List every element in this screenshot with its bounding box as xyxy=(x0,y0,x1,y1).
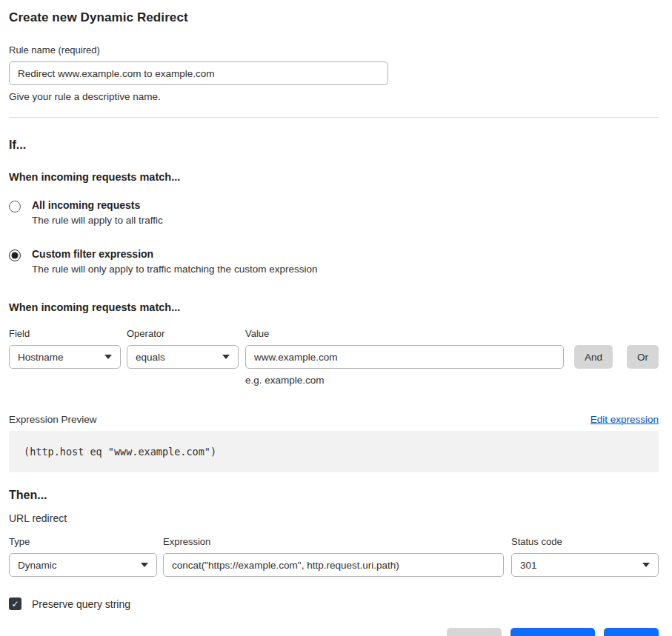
and-button[interactable]: And xyxy=(574,345,613,369)
field-label: Field xyxy=(9,328,121,339)
redirect-expression-input[interactable] xyxy=(163,553,504,577)
status-code-select-value: 301 xyxy=(520,560,537,571)
type-label: Type xyxy=(9,536,157,547)
rule-name-help: Give your rule a descriptive name. xyxy=(9,91,659,102)
expression-preview-code: (http.host eq "www.example.com") xyxy=(9,431,659,472)
expression-label: Expression xyxy=(163,536,504,547)
redirect-settings-row: Type Dynamic Expression Status code 301 xyxy=(9,536,659,577)
preserve-query-string-label: Preserve query string xyxy=(32,598,130,610)
checkbox-checked-icon[interactable]: ✓ xyxy=(9,597,21,610)
value-column: Value e.g. example.com xyxy=(245,328,564,386)
field-column: Field Hostname xyxy=(9,328,121,369)
status-code-label: Status code xyxy=(511,536,659,547)
operator-select[interactable]: equals xyxy=(127,345,239,369)
cancel-button[interactable]: Cancel xyxy=(447,628,502,636)
footer-actions: Cancel Save as Draft Deploy xyxy=(9,628,659,636)
save-as-draft-button[interactable]: Save as Draft xyxy=(510,628,595,636)
rule-name-input[interactable] xyxy=(9,61,388,85)
radio-option-text: Custom filter expression The rule will o… xyxy=(32,248,317,275)
section-divider xyxy=(9,117,659,118)
type-column: Type Dynamic xyxy=(9,536,157,577)
page-title: Create new Dynamic Redirect xyxy=(9,10,659,25)
value-label: Value xyxy=(245,328,564,339)
create-dynamic-redirect-page: Create new Dynamic Redirect Rule name (r… xyxy=(0,0,672,636)
value-input[interactable] xyxy=(245,345,564,369)
chevron-down-icon xyxy=(141,563,148,567)
then-heading: Then... xyxy=(9,489,659,502)
operator-label: Operator xyxy=(127,328,239,339)
type-select[interactable]: Dynamic xyxy=(9,553,157,577)
radio-selected-icon[interactable] xyxy=(9,250,21,261)
if-heading: If... xyxy=(9,138,659,152)
radio-unselected-icon[interactable] xyxy=(9,201,21,212)
chevron-down-icon xyxy=(642,563,650,567)
rule-name-label: Rule name (required) xyxy=(9,44,659,56)
incoming-requests-match-heading: When incoming requests match... xyxy=(9,171,659,183)
status-code-column: Status code 301 xyxy=(511,536,659,577)
url-redirect-label: URL redirect xyxy=(9,512,659,524)
chevron-down-icon xyxy=(222,355,230,359)
radio-option-all-incoming-requests[interactable]: All incoming requests The rule will appl… xyxy=(9,199,659,226)
radio-option-custom-filter-expression[interactable]: Custom filter expression The rule will o… xyxy=(9,248,659,275)
type-select-value: Dynamic xyxy=(18,560,57,571)
field-select[interactable]: Hostname xyxy=(9,345,121,369)
radio-option-text: All incoming requests The rule will appl… xyxy=(32,199,163,226)
and-or-buttons: And Or xyxy=(574,328,659,369)
field-select-value: Hostname xyxy=(18,352,64,363)
custom-filter-match-heading: When incoming requests match... xyxy=(9,301,659,313)
chevron-down-icon xyxy=(104,355,112,359)
preserve-query-string-row[interactable]: ✓ Preserve query string xyxy=(9,597,659,610)
radio-option-description: The rule will only apply to traffic matc… xyxy=(32,264,317,275)
radio-option-label: Custom filter expression xyxy=(32,248,317,260)
rule-name-section: Rule name (required) Give your rule a de… xyxy=(9,44,659,102)
edit-expression-link[interactable]: Edit expression xyxy=(591,414,659,425)
expression-column: Expression xyxy=(163,536,504,577)
radio-option-label: All incoming requests xyxy=(32,199,163,211)
expression-preview-label: Expression Preview xyxy=(9,414,97,425)
status-code-select[interactable]: 301 xyxy=(511,553,659,577)
or-button[interactable]: Or xyxy=(627,345,659,369)
radio-option-description: The rule will apply to all traffic xyxy=(32,215,163,226)
filter-expression-row: Field Hostname Operator equals Value e.g… xyxy=(9,328,659,386)
operator-column: Operator equals xyxy=(127,328,239,369)
deploy-button[interactable]: Deploy xyxy=(604,628,659,636)
value-help: e.g. example.com xyxy=(245,375,564,386)
operator-select-value: equals xyxy=(136,352,165,363)
expression-preview-header: Expression Preview Edit expression xyxy=(9,414,659,425)
